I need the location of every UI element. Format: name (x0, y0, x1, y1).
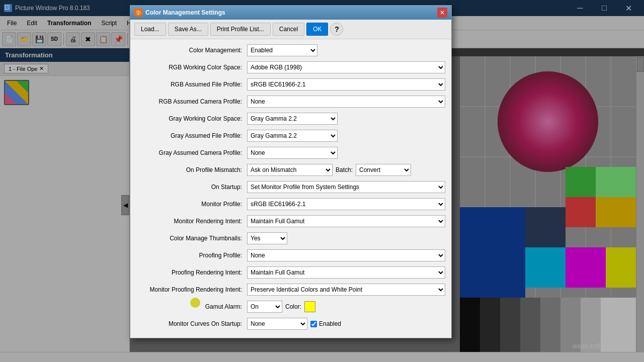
gamut-alarm-dropdown[interactable]: On Off (247, 301, 282, 313)
monitor-curves-control: None Enabled (247, 318, 445, 330)
proofing-profile-row: Proofing Profile: None (136, 248, 445, 262)
help-button[interactable]: ? (330, 23, 343, 36)
gamut-color-swatch[interactable] (304, 301, 315, 312)
rgb-file-row: RGB Assumed File Profile: sRGB IEC61966-… (136, 77, 445, 92)
load-button[interactable]: Load... (134, 23, 166, 36)
on-startup-label: On Startup: (136, 184, 247, 191)
monitor-profile-label: Monitor Profile: (136, 201, 247, 208)
gray-file-dropdown[interactable]: Gray Gamma 2.2 (247, 130, 338, 142)
monitor-rendering-row: Monitor Rendering Intent: Maintain Full … (136, 214, 445, 228)
batch-dropdown[interactable]: Convert Ignore (356, 164, 411, 176)
on-profile-mismatch-control: Ask on Mismatch Convert Ignore Batch: Co… (247, 164, 445, 176)
app-window: 🖼 Picture Window Pro 8.0.183 ─ □ ✕ File … (0, 0, 644, 362)
rgb-camera-dropdown[interactable]: None (247, 96, 445, 108)
monitor-curves-row: Monitor Curves On Startup: None Enabled (136, 317, 445, 331)
color-management-label: Color Management: (136, 47, 247, 54)
gamut-alarm-label: Gamut Alarm: (136, 303, 247, 310)
rgb-working-dropdown[interactable]: Adobe RGB (1998) sRGB IEC61966-2.1 (247, 61, 445, 73)
rgb-file-label: RGB Assumed File Profile: (136, 81, 247, 88)
dialog-toolbar: Load... Save As... Print Profile List...… (130, 20, 451, 39)
batch-label: Batch: (336, 166, 353, 173)
gray-camera-label: Gray Assumed Camera Profile: (136, 149, 247, 156)
monitor-curves-label: Monitor Curves On Startup: (136, 320, 247, 327)
gray-working-label: Gray Working Color Space: (136, 115, 247, 122)
dialog-content: Color Management: Enabled Disabled RGB W… (130, 39, 451, 338)
color-thumbnails-control: Yes No (247, 232, 445, 244)
color-management-row: Color Management: Enabled Disabled (136, 43, 445, 57)
monitor-profile-control: sRGB IEC61966-2.1 (247, 198, 445, 210)
monitor-proofing-control: Preserve Identical Colors and White Poin… (247, 284, 445, 296)
rgb-camera-row: RGB Assumed Camera Profile: None (136, 95, 445, 109)
ok-button[interactable]: OK (306, 23, 328, 36)
proofing-rendering-control: Maintain Full Gamut Perceptual (247, 266, 445, 279)
monitor-proofing-label: Monitor Proofing Rendering Intent: (136, 286, 247, 293)
monitor-proofing-row: Monitor Proofing Rendering Intent: Prese… (136, 283, 445, 297)
gray-camera-dropdown[interactable]: None (247, 147, 338, 159)
proofing-rendering-dropdown[interactable]: Maintain Full Gamut Perceptual (247, 266, 445, 279)
color-thumbnails-row: Color Manage Thumbnails: Yes No (136, 231, 445, 245)
on-profile-mismatch-row: On Profile Mismatch: Ask on Mismatch Con… (136, 163, 445, 177)
gamut-alarm-control: On Off Color: (247, 301, 445, 313)
color-management-dialog: 🎨 Color Management Settings ✕ Load... Sa… (130, 5, 452, 338)
proofing-profile-label: Proofing Profile: (136, 252, 247, 259)
on-profile-mismatch-label: On Profile Mismatch: (136, 166, 247, 173)
dialog-title-bar: 🎨 Color Management Settings ✕ (130, 6, 451, 20)
monitor-profile-row: Monitor Profile: sRGB IEC61966-2.1 (136, 197, 445, 211)
gray-working-row: Gray Working Color Space: Gray Gamma 2.2 (136, 112, 445, 126)
monitor-rendering-control: Maintain Full Gamut Perceptual Relative … (247, 215, 445, 227)
gray-file-label: Gray Assumed File Profile: (136, 132, 247, 139)
rgb-file-control: sRGB IEC61966-2.1 Adobe RGB (1998) (247, 78, 445, 90)
proofing-profile-control: None (247, 249, 445, 261)
print-profile-button[interactable]: Print Profile List... (210, 23, 271, 36)
proofing-rendering-row: Proofing Rendering Intent: Maintain Full… (136, 265, 445, 280)
on-startup-dropdown[interactable]: Set Monitor Profile from System Settings (247, 181, 445, 193)
monitor-profile-dropdown[interactable]: sRGB IEC61966-2.1 (247, 198, 445, 210)
rgb-file-dropdown[interactable]: sRGB IEC61966-2.1 Adobe RGB (1998) (247, 78, 445, 90)
dialog-close-button[interactable]: ✕ (437, 8, 447, 18)
monitor-curves-enabled-group: Enabled (310, 320, 341, 327)
color-thumbnails-dropdown[interactable]: Yes No (247, 232, 287, 244)
rgb-working-row: RGB Working Color Space: Adobe RGB (1998… (136, 60, 445, 74)
rgb-camera-control: None (247, 96, 445, 108)
gray-working-control: Gray Gamma 2.2 (247, 113, 445, 125)
monitor-rendering-label: Monitor Rendering Intent: (136, 218, 247, 225)
rgb-working-label: RGB Working Color Space: (136, 64, 247, 71)
on-profile-mismatch-dropdown[interactable]: Ask on Mismatch Convert Ignore (247, 164, 333, 176)
color-thumbnails-label: Color Manage Thumbnails: (136, 235, 247, 242)
dialog-icon: 🎨 (134, 9, 142, 17)
color-management-control: Enabled Disabled (247, 44, 445, 56)
proofing-rendering-label: Proofing Rendering Intent: (136, 269, 247, 276)
monitor-curves-checkbox[interactable] (310, 321, 317, 327)
gray-file-control: Gray Gamma 2.2 (247, 130, 445, 142)
proofing-profile-dropdown[interactable]: None (247, 249, 445, 261)
monitor-curves-enabled-label: Enabled (319, 320, 341, 327)
monitor-proofing-dropdown[interactable]: Preserve Identical Colors and White Poin… (247, 284, 445, 296)
color-management-dropdown[interactable]: Enabled Disabled (247, 44, 317, 56)
rgb-working-control: Adobe RGB (1998) sRGB IEC61966-2.1 (247, 61, 445, 73)
gray-file-row: Gray Assumed File Profile: Gray Gamma 2.… (136, 129, 445, 143)
rgb-camera-label: RGB Assumed Camera Profile: (136, 98, 247, 105)
gray-camera-control: None (247, 147, 445, 159)
on-startup-control: Set Monitor Profile from System Settings (247, 181, 445, 193)
gamut-alarm-row: Gamut Alarm: On Off Color: (136, 300, 445, 314)
on-startup-row: On Startup: Set Monitor Profile from Sys… (136, 180, 445, 194)
monitor-rendering-dropdown[interactable]: Maintain Full Gamut Perceptual Relative … (247, 215, 445, 227)
gray-working-dropdown[interactable]: Gray Gamma 2.2 (247, 113, 338, 125)
save-as-button[interactable]: Save As... (168, 23, 208, 36)
monitor-curves-dropdown[interactable]: None (247, 318, 307, 330)
dialog-title: Color Management Settings (145, 9, 225, 16)
cancel-button[interactable]: Cancel (273, 23, 304, 36)
gray-camera-row: Gray Assumed Camera Profile: None (136, 146, 445, 160)
gamut-color-label: Color: (285, 303, 301, 310)
